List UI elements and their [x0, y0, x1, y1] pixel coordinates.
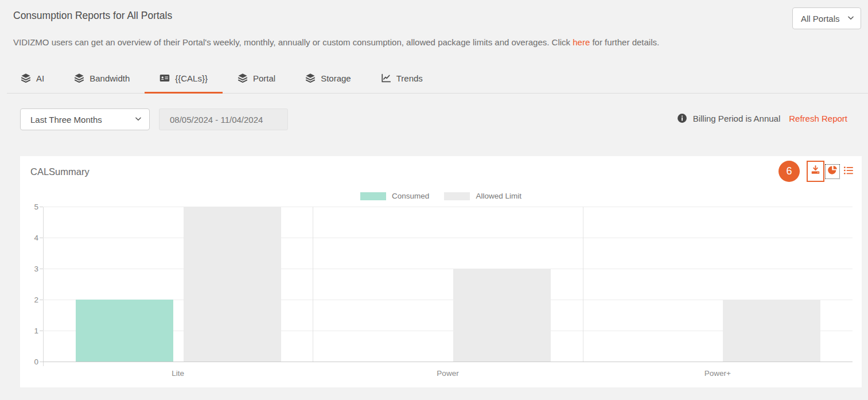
portal-select[interactable]: All Portals [792, 7, 861, 29]
download-icon [810, 165, 821, 178]
chevron-down-icon [847, 14, 855, 24]
legend-label: Allowed Limit [476, 192, 521, 200]
bar-layer [44, 207, 853, 362]
tab-portal[interactable]: Portal [223, 69, 290, 94]
billing-period-note: Billing Period is Annual [693, 114, 781, 123]
tab-label: AI [36, 73, 44, 83]
description-text: VIDIZMO users can get an overview of the… [13, 37, 659, 47]
gridline [43, 362, 853, 362]
bar-allowed-limit [453, 269, 551, 362]
bar-chart: 012345 LitePowerPower+ [43, 207, 853, 362]
refresh-report-link[interactable]: Refresh Report [789, 114, 847, 123]
tab-label: Bandwidth [89, 73, 130, 83]
list-icon [843, 165, 854, 178]
legend-item: Consumed [360, 192, 429, 200]
bar-allowed-limit [723, 300, 820, 362]
trend-line-icon [381, 73, 391, 83]
report-card-title: CALSummary [30, 166, 89, 177]
layers-icon [238, 73, 248, 83]
chevron-down-icon [134, 115, 142, 125]
legend-swatch [360, 192, 386, 200]
y-axis-tick [40, 207, 43, 207]
bar-group-power [313, 207, 583, 362]
y-axis-tick [40, 300, 43, 300]
portal-select-value: All Portals [801, 14, 840, 24]
description-before: VIDIZMO users can get an overview of the… [13, 37, 573, 47]
tab-cals[interactable]: {{CALs}} [145, 69, 223, 94]
y-axis-tick-label: 5 [26, 203, 38, 211]
bar-allowed-limit [184, 207, 281, 362]
y-axis-tick [40, 238, 43, 238]
y-axis-tick [40, 331, 43, 331]
tab-label: Trends [396, 73, 423, 83]
pie-chart-icon [827, 165, 838, 178]
tab-label: Portal [253, 73, 275, 83]
y-axis-tick-label: 2 [26, 296, 38, 304]
date-range-value: 08/05/2024 - 11/04/2024 [170, 115, 263, 125]
layers-icon [21, 73, 31, 83]
download-report-button[interactable] [807, 161, 824, 182]
report-card: CALSummary 6 ConsumedAllowed Limit 01234… [20, 156, 862, 387]
chart-legend: ConsumedAllowed Limit [20, 192, 862, 200]
tab-ai[interactable]: AI [6, 69, 59, 94]
list-view-button[interactable] [843, 165, 854, 178]
consumption-reports-page: { "header": { "title": "Consumption Repo… [0, 0, 868, 400]
chart-view-button[interactable] [826, 165, 839, 178]
x-axis-label: Power [437, 369, 458, 378]
y-axis-tick-label: 1 [26, 327, 38, 335]
billing-info-row: Billing Period is Annual Refresh Report [676, 112, 847, 124]
report-toolbar: 6 [779, 161, 854, 182]
y-axis-tick-label: 3 [26, 265, 38, 273]
layers-icon [74, 73, 84, 83]
tab-bandwidth[interactable]: Bandwidth [59, 69, 145, 94]
tab-storage[interactable]: Storage [290, 69, 366, 94]
bar-group-lite [44, 207, 313, 362]
info-icon [676, 112, 688, 124]
legend-item: Allowed Limit [444, 192, 521, 200]
date-range-preset-value: Last Three Months [30, 115, 102, 125]
bar-consumed [76, 300, 173, 362]
legend-label: Consumed [392, 192, 429, 200]
x-axis-label: Power+ [704, 369, 731, 378]
tab-bar: AIBandwidth{{CALs}}PortalStorageTrends [6, 69, 438, 94]
date-range-field[interactable]: 08/05/2024 - 11/04/2024 [159, 108, 288, 130]
annotation-step-badge: 6 [779, 161, 800, 182]
here-link[interactable]: here [573, 37, 590, 47]
y-axis-tick [40, 269, 43, 269]
y-axis-tick-label: 0 [26, 358, 38, 366]
tab-label: {{CALs}} [175, 73, 208, 83]
tab-trends[interactable]: Trends [366, 69, 438, 94]
description-after: for further details. [590, 37, 659, 47]
x-axis-label: Lite [172, 369, 184, 378]
legend-swatch [444, 192, 470, 200]
y-axis-tick [40, 362, 43, 362]
layers-icon [305, 73, 316, 83]
date-range-preset-select[interactable]: Last Three Months [20, 108, 150, 130]
y-axis-tick-label: 4 [26, 234, 38, 242]
tab-label: Storage [321, 73, 351, 83]
page-title: Consumption Reports for All Portals [13, 10, 172, 22]
bar-group-power+ [583, 207, 853, 362]
id-card-icon [159, 73, 170, 83]
